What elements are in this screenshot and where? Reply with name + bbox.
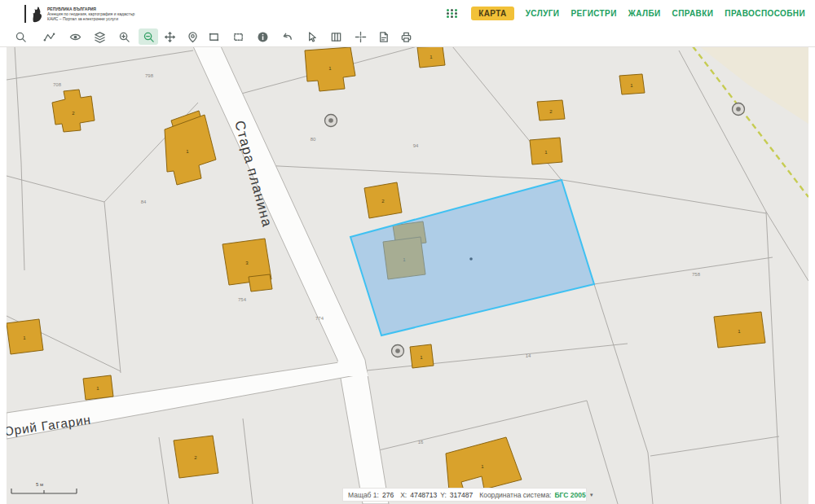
brand-divider	[24, 5, 26, 23]
select-area-dashed-icon	[232, 31, 244, 43]
zoom-in-icon	[118, 31, 130, 43]
y-label: Y:	[440, 491, 447, 499]
cursor-arrow-icon	[306, 31, 318, 43]
apps-grid-icon[interactable]	[447, 9, 458, 18]
tool-center-button[interactable]	[350, 28, 370, 45]
nav-item-pravosposobni[interactable]: ПРАВОСПОСОБНИ	[725, 9, 805, 18]
tool-locate-button[interactable]	[183, 28, 202, 45]
location-pin-icon	[187, 31, 199, 43]
parcel-number: 758	[692, 272, 701, 277]
parcel-number: 754	[238, 297, 247, 302]
document-icon	[377, 31, 390, 43]
tool-zoom-out-button[interactable]	[139, 28, 158, 45]
building[interactable]: 1	[714, 312, 765, 348]
parcel-number: 708	[53, 82, 62, 87]
info-icon	[257, 31, 269, 43]
tool-visibility-button[interactable]	[65, 28, 85, 45]
parcel-number: 14	[526, 353, 531, 358]
tool-zoom-in-button[interactable]	[114, 28, 134, 45]
selected-parcel-centroid	[469, 257, 473, 261]
building[interactable]: 1	[619, 74, 645, 94]
survey-point-marker	[325, 115, 337, 127]
tool-measure-button[interactable]	[39, 28, 59, 45]
nav-item-registri[interactable]: РЕГИСТРИ	[570, 9, 616, 18]
nav-item-karta[interactable]: КАРТА	[471, 7, 514, 20]
select-rectangle-icon	[208, 31, 220, 43]
parcel-number: 16	[418, 440, 424, 445]
crs-label: Координатна система:	[479, 491, 551, 499]
building[interactable]: 1	[7, 319, 43, 354]
tool-undo-button[interactable]	[277, 28, 297, 45]
parcel-number: 84	[141, 199, 147, 204]
brand-logo: РЕПУБЛИКА БЪЛГАРИЯ Агенция по геодезия, …	[0, 5, 134, 23]
x-coordinate: 4748713	[410, 491, 437, 499]
crosshair-icon	[355, 31, 367, 43]
crs-value[interactable]: БГС 2005	[554, 491, 585, 499]
tool-print-button[interactable]	[396, 28, 416, 45]
building[interactable]: 1	[530, 138, 562, 164]
building[interactable]: 2	[537, 100, 565, 121]
building[interactable]: 1	[83, 375, 113, 400]
tool-select-polygon-button[interactable]	[228, 28, 248, 45]
tool-select-rectangle-button[interactable]	[204, 28, 223, 45]
tool-search-button[interactable]	[11, 28, 30, 45]
tool-table-button[interactable]	[326, 28, 346, 45]
crs-dropdown-caret-icon[interactable]: ▼	[589, 493, 594, 497]
measure-path-icon	[43, 31, 55, 43]
table-columns-icon	[330, 31, 342, 43]
y-coordinate: 317487	[450, 491, 473, 499]
survey-point-marker	[392, 345, 404, 357]
pan-arrows-icon	[164, 31, 176, 43]
scale-label: Мащаб 1:	[348, 491, 379, 499]
x-label: X:	[400, 491, 407, 499]
eye-icon	[69, 31, 82, 43]
building[interactable]: 1	[410, 344, 434, 368]
brand-text: РЕПУБЛИКА БЪЛГАРИЯ Агенция по геодезия, …	[47, 7, 134, 21]
brand-line3: КАИС – Портал за електронни услуги	[47, 16, 134, 21]
zoom-out-icon	[143, 31, 155, 43]
parcel-number: 774	[315, 316, 324, 321]
undo-arrow-icon	[281, 31, 293, 43]
coat-of-arms-lion-icon	[30, 5, 43, 23]
building[interactable]: 1	[417, 46, 445, 68]
nav-item-spravki[interactable]: СПРАВКИ	[672, 9, 714, 18]
tool-report-button[interactable]	[373, 28, 393, 45]
scale-bar-label: 5 м	[36, 482, 43, 487]
search-icon	[15, 31, 27, 43]
scale-value[interactable]: 276	[382, 491, 394, 499]
status-bar: Мащаб 1: 276 X: 4748713 Y: 317487 Коорди…	[342, 488, 587, 502]
tool-info-button[interactable]	[253, 28, 272, 45]
app-header: РЕПУБЛИКА БЪЛГАРИЯ Агенция по геодезия, …	[0, 0, 815, 28]
parcel-number: 94	[413, 143, 419, 148]
building[interactable]: 2	[174, 436, 218, 478]
tool-layers-button[interactable]	[90, 28, 109, 45]
parcel-number: 798	[145, 73, 154, 78]
parcel-number: 80	[311, 137, 316, 142]
tool-pan-button[interactable]	[160, 28, 179, 45]
tool-pointer-button[interactable]	[302, 28, 321, 45]
nav-item-uslugi[interactable]: УСЛУГИ	[526, 9, 560, 18]
nav-item-zhalbi[interactable]: ЖАЛБИ	[628, 9, 661, 18]
road-junction	[337, 362, 368, 376]
map-canvas[interactable]: 1 1 1 2 1 2 1 3	[7, 46, 808, 504]
printer-icon	[400, 31, 412, 43]
map-toolbar	[0, 27, 815, 47]
survey-point-marker	[733, 103, 745, 116]
layers-icon	[94, 31, 106, 43]
main-nav: КАРТА УСЛУГИ РЕГИСТРИ ЖАЛБИ СПРАВКИ ПРАВ…	[447, 7, 815, 20]
building[interactable]: 2	[364, 182, 402, 218]
